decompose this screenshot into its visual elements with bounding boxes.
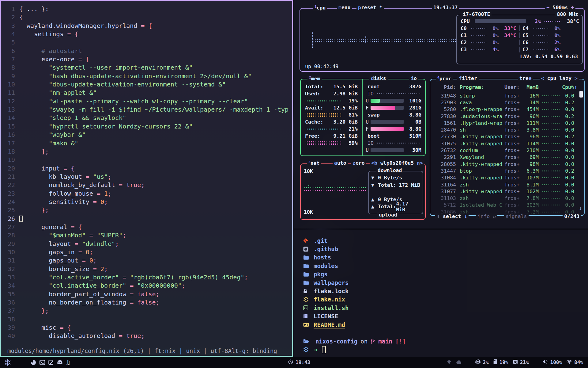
code-line: 36 no_border_on_floating = false; bbox=[1, 298, 292, 307]
code-line: 10 "dbus-update-activation-environment -… bbox=[1, 80, 292, 89]
process-row[interactable]: 28470shfros+3.8M0.0 bbox=[435, 126, 580, 133]
scroll-down-icon[interactable]: ↓ bbox=[579, 205, 582, 211]
line-number: 13 bbox=[1, 105, 15, 114]
discord-taskbar-icon[interactable] bbox=[57, 359, 63, 366]
mem-stat-row: Free:9.21 GiB bbox=[305, 132, 358, 140]
file-entry: flake.lock bbox=[303, 287, 349, 295]
uptime: up 00:42:49 bbox=[305, 63, 338, 69]
code-line: 23 follow_mouse = 1; bbox=[1, 190, 292, 198]
wifi-module[interactable]: 84% bbox=[567, 359, 583, 365]
file-entry[interactable]: flake.nix bbox=[303, 295, 349, 304]
tab-auto[interactable]: auto bbox=[333, 160, 348, 166]
file-entry: .github bbox=[303, 245, 349, 253]
process-row[interactable]: 28055.kitty-wrappedfros+98M0.0 bbox=[435, 161, 580, 167]
tab-proc[interactable]: 4proc bbox=[436, 75, 453, 82]
code-line: 33 "col.active_border" = "rgb(cba6f7) rg… bbox=[1, 273, 292, 282]
nixos-menu-button[interactable] bbox=[4, 359, 11, 366]
tray-cloud-icon[interactable] bbox=[456, 360, 462, 364]
disk-io-row: IO bbox=[366, 90, 421, 97]
tab-cpu[interactable]: 1cpu bbox=[313, 5, 327, 11]
ram-module[interactable]: 19% bbox=[493, 359, 508, 366]
tab-net[interactable]: 3net bbox=[307, 160, 321, 166]
process-row[interactable]: 27903cavafros+14M0.2 bbox=[435, 99, 580, 106]
terminal-taskbar-icon[interactable] bbox=[40, 359, 45, 366]
process-row[interactable]: 31164zshfros+8.1M0.0 bbox=[435, 181, 580, 188]
cpu-model: i7-6700TE bbox=[461, 11, 492, 17]
file-entry[interactable]: README.md bbox=[303, 320, 349, 329]
files-terminal[interactable]: .git.githubhostsmodulespkgswallpapersfla… bbox=[294, 230, 588, 357]
line-number: 23 bbox=[1, 190, 15, 198]
file-name: README.md bbox=[314, 321, 345, 328]
process-row[interactable]: 1561.Hyprland-wrapfros+111M0.0 bbox=[435, 120, 580, 126]
notes-taskbar-icon[interactable] bbox=[48, 359, 54, 366]
line-number: 30 bbox=[1, 248, 15, 256]
chip-module[interactable]: 2% bbox=[475, 359, 488, 366]
speaker-module[interactable]: 100% bbox=[542, 359, 562, 365]
process-row[interactable]: 31948slurpfros+16M0.0 bbox=[435, 92, 580, 99]
cpu-core-row: C10%34°CC50% bbox=[461, 32, 579, 39]
line-number: 4 bbox=[1, 30, 15, 38]
process-row[interactable]: 27830.audacious-wrafros+96M0.2 bbox=[435, 113, 580, 120]
file-entry: hosts bbox=[303, 253, 349, 262]
floorp-taskbar-icon[interactable] bbox=[31, 359, 36, 366]
line-number: 27 bbox=[1, 223, 15, 231]
process-row[interactable]: 31084.kitty-wrappedfros+107M0.0 bbox=[435, 174, 580, 181]
taskbar-clock[interactable]: 19:43 bbox=[288, 359, 310, 366]
cpu-total-row: CPU 2% 38°C bbox=[461, 18, 579, 25]
file-entry: .git bbox=[303, 236, 349, 245]
upload-graph bbox=[304, 190, 367, 191]
refresh-rate-control[interactable]: − 500ms + bbox=[545, 5, 575, 10]
download-label: download bbox=[376, 167, 403, 173]
process-row[interactable]: 26732codiumfros+210M0.0 bbox=[435, 147, 580, 154]
net-interface-switch[interactable]: <b wlp0s20f0u5 n> bbox=[370, 160, 424, 166]
line-number: 2 bbox=[1, 13, 15, 21]
terminal-cursor bbox=[322, 346, 326, 353]
line-number: 6 bbox=[1, 47, 15, 55]
open-folder-icon bbox=[303, 339, 311, 343]
editor-window: 1{ ... }:2{3 wayland.windowManager.hyprl… bbox=[0, 0, 293, 357]
line-number: 24 bbox=[1, 198, 15, 206]
tab-menu[interactable]: menu bbox=[337, 5, 352, 10]
scrollbar-thumb[interactable] bbox=[579, 91, 583, 98]
process-row[interactable]: 31075.kitty-wrappedfros+114M0.0 bbox=[435, 140, 580, 147]
shell-input-line[interactable]: → bbox=[303, 345, 406, 354]
markdown-icon bbox=[303, 323, 311, 327]
nix-icon bbox=[303, 297, 311, 302]
line-number: 39 bbox=[1, 324, 15, 332]
process-row[interactable]: 27730.kitty-wrappedfros+96M0.2 bbox=[435, 133, 580, 140]
process-row[interactable]: 31103zshfros+7.8M0.0 bbox=[435, 195, 580, 201]
cpu-graph bbox=[311, 41, 456, 42]
code-line: 13 "swaybg -m fill -i $(find ~/Pictures/… bbox=[1, 105, 292, 114]
music-taskbar-icon[interactable]: ♫ bbox=[66, 359, 70, 366]
tree-toggle[interactable]: tree bbox=[518, 75, 533, 81]
file-entry: LICENSE bbox=[303, 312, 349, 320]
tab-zero[interactable]: zero bbox=[351, 160, 366, 166]
taskbar: ♫ 19:43 2%19%21%100%84% bbox=[0, 357, 588, 368]
tab-preset[interactable]: preset * bbox=[356, 5, 384, 10]
editor-pane[interactable]: 1{ ... }:2{3 wayland.windowManager.hyprl… bbox=[1, 1, 292, 356]
code-line: 31 gaps_out = 0; bbox=[1, 256, 292, 265]
disk-module[interactable]: 21% bbox=[513, 359, 529, 366]
editor-statusline: modules/home/hyprland/config.nix (26,1) … bbox=[7, 347, 289, 354]
process-row[interactable]: 5280.floorp-wrappefros+454M0.0 bbox=[435, 106, 580, 113]
code-area[interactable]: 1{ ... }:2{3 wayland.windowManager.hyprl… bbox=[1, 5, 292, 340]
process-row[interactable]: 31447btopfros+6.3M0.2 bbox=[435, 167, 580, 174]
code-line: 16 "waybar &" bbox=[1, 131, 292, 139]
disk-bar-row: F281G bbox=[366, 104, 421, 111]
signals-button[interactable]: signals bbox=[504, 213, 529, 219]
filter-button[interactable]: filter bbox=[457, 75, 479, 81]
info-button[interactable]: info ↵ bbox=[476, 213, 497, 219]
sort-selector[interactable]: < cpu lazy > bbox=[540, 75, 579, 81]
select-button[interactable]: ↑ select ↓ bbox=[435, 213, 469, 219]
process-row[interactable]: 2291Xwaylandfros+69M0.0 bbox=[435, 154, 580, 161]
process-row[interactable]: 31077.kitty-wrappedfros+102M0.0 bbox=[435, 188, 580, 195]
line-number: 19 bbox=[1, 156, 15, 164]
speaker-icon bbox=[542, 359, 548, 365]
line-number: 12 bbox=[1, 97, 15, 105]
code-line: 4 settings = { bbox=[1, 30, 292, 38]
line-number: 3 bbox=[1, 22, 15, 30]
tray-wifi-fan-icon[interactable] bbox=[447, 360, 451, 364]
process-row[interactable]: 5712Isolated Web Cfros+303M0.0 bbox=[435, 202, 580, 209]
code-line: 14 "sleep 1 && swaylock" bbox=[1, 114, 292, 122]
net-stats-box: download upload ▼0 Byte/s ▼Total:172 MiB… bbox=[368, 171, 423, 214]
